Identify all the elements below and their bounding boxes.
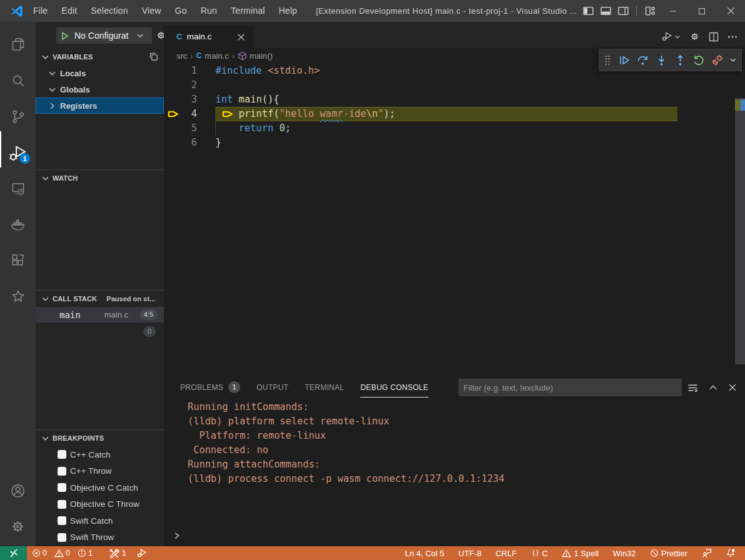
breakpoint-c-throw[interactable]: C++ Throw: [36, 463, 164, 479]
problems-status[interactable]: 0 0 1: [32, 546, 98, 560]
notifications-status[interactable]: [726, 546, 736, 560]
toggle-sidebar-icon[interactable]: [582, 5, 594, 18]
accounts-icon[interactable]: [0, 473, 36, 508]
toggle-secondary-sidebar-icon[interactable]: [617, 5, 629, 18]
breadcrumb-symbol[interactable]: main(): [250, 51, 273, 61]
source-control-icon[interactable]: [0, 99, 36, 134]
maximize-panel-icon[interactable]: [709, 383, 717, 392]
code-editor[interactable]: 1#include <stdio.h>23int main(){4 printf…: [164, 64, 735, 369]
variable-scope-globals[interactable]: Globals: [36, 81, 164, 98]
c-file-icon: C: [176, 32, 182, 41]
menu-terminal[interactable]: Terminal: [224, 0, 272, 22]
restart-button[interactable]: [689, 51, 708, 69]
checkbox-unchecked[interactable]: [58, 533, 66, 542]
breakpoint-label: C++ Catch: [70, 450, 111, 459]
step-into-button[interactable]: [652, 51, 671, 69]
overview-ruler[interactable]: [735, 64, 745, 369]
panel-tab-debug-console[interactable]: DEBUG CONSOLE: [360, 372, 428, 403]
panel-tab-output[interactable]: OUTPUT: [256, 372, 288, 403]
tab-main-c[interactable]: C main.c: [164, 26, 253, 48]
breadcrumb-file[interactable]: main.c: [205, 51, 228, 61]
variable-scope-locals[interactable]: Locals: [36, 65, 164, 81]
settings-gear-icon[interactable]: [689, 31, 700, 42]
checkbox-unchecked[interactable]: [58, 500, 66, 509]
feedback-status[interactable]: [702, 546, 712, 560]
remote-explorer-icon[interactable]: [0, 171, 36, 206]
scrollbar-slider[interactable]: [735, 98, 745, 364]
encoding[interactable]: UTF-8: [459, 546, 482, 560]
split-editor-icon[interactable]: [709, 32, 719, 42]
star-icon[interactable]: [0, 279, 36, 314]
menu-edit[interactable]: Edit: [54, 0, 84, 22]
debug-console-status[interactable]: [136, 546, 148, 560]
eol-sequence[interactable]: CRLF: [495, 546, 517, 560]
settings-gear-icon[interactable]: [0, 509, 36, 544]
filter-input[interactable]: [459, 383, 665, 392]
indent-guide: [215, 107, 216, 136]
breakpoints-section-header[interactable]: BREAKPOINTS: [36, 430, 164, 446]
breakpoint-swift-catch[interactable]: Swift Catch: [36, 512, 164, 529]
step-out-button[interactable]: [671, 51, 689, 69]
vscode-logo-icon: [10, 4, 24, 18]
menu-selection[interactable]: Selection: [84, 0, 134, 22]
maximize-button[interactable]: [687, 0, 716, 22]
disconnect-button[interactable]: [708, 51, 727, 69]
remote-indicator[interactable]: [0, 546, 27, 560]
variables-section-header[interactable]: VARIABLES: [36, 49, 164, 65]
step-over-button[interactable]: [633, 51, 652, 69]
panel-tab-terminal[interactable]: TERMINAL: [305, 372, 344, 403]
cursor-position[interactable]: Ln 4, Col 5: [405, 546, 444, 560]
copy-icon[interactable]: [149, 52, 158, 61]
close-button[interactable]: [716, 0, 745, 22]
extensions-icon[interactable]: [0, 243, 36, 278]
run-and-debug-icon[interactable]: 1: [0, 136, 36, 171]
menu-help[interactable]: Help: [272, 0, 305, 22]
search-icon[interactable]: [0, 63, 36, 98]
spell-checker-status[interactable]: 1 Spell: [562, 546, 599, 560]
more-actions-icon[interactable]: [727, 32, 737, 42]
console-line: (lldb) platform select remote-linux: [188, 414, 505, 429]
breadcrumb-folder[interactable]: src: [176, 51, 187, 61]
console-line: Connected: no: [188, 443, 505, 458]
filter-icon[interactable]: [687, 382, 698, 393]
tab-close-icon[interactable]: [235, 31, 246, 42]
breakpoint-objective-c-throw[interactable]: Objective C Throw: [36, 496, 164, 512]
formatter-status[interactable]: Prettier: [650, 546, 687, 560]
os-target[interactable]: Win32: [613, 546, 636, 560]
toggle-panel-icon[interactable]: [599, 5, 612, 18]
explorer-icon[interactable]: [0, 27, 36, 62]
chevron-down-icon[interactable]: [727, 51, 739, 69]
continue-button[interactable]: [614, 51, 633, 69]
debug-config-dropdown[interactable]: No Configurat: [56, 28, 152, 44]
watch-section-header[interactable]: WATCH: [36, 170, 164, 186]
console-filter[interactable]: [459, 379, 682, 396]
breakpoint-swift-throw[interactable]: Swift Throw: [36, 529, 164, 546]
toolchain-status[interactable]: 1: [109, 546, 126, 560]
toolbar-gripper[interactable]: [601, 51, 614, 69]
breakpoint-objective-c-catch[interactable]: Objective C Catch: [36, 479, 164, 496]
stack-frame-row[interactable]: main main.c 4:5: [36, 307, 164, 322]
breakpoint-c-catch[interactable]: C++ Catch: [36, 446, 164, 462]
close-panel-icon[interactable]: [728, 383, 737, 392]
checkbox-unchecked[interactable]: [58, 450, 66, 459]
console-prompt-icon[interactable]: [173, 531, 181, 542]
start-debugging-icon[interactable]: [60, 31, 69, 41]
run-or-debug-button[interactable]: [661, 31, 681, 42]
menu-run[interactable]: Run: [194, 0, 224, 22]
menu-file[interactable]: File: [26, 0, 54, 22]
panel-tab-problems[interactable]: PROBLEMS1: [180, 372, 240, 403]
docker-icon[interactable]: [0, 207, 36, 242]
feedback-icon: [702, 548, 712, 558]
variable-scope-registers[interactable]: Registers: [36, 98, 164, 114]
call-stack-section-header[interactable]: CALL STACK Paused on st...: [36, 291, 164, 307]
minimize-button[interactable]: [659, 0, 687, 22]
language-mode[interactable]: C: [531, 546, 548, 560]
checkbox-unchecked[interactable]: [58, 483, 66, 492]
menu-go[interactable]: Go: [168, 0, 194, 22]
customize-layout-icon[interactable]: [644, 5, 656, 18]
layout-controls: [582, 0, 656, 22]
menu-view[interactable]: View: [135, 0, 168, 22]
checkbox-unchecked[interactable]: [58, 467, 66, 476]
warning-icon: [562, 549, 571, 558]
checkbox-unchecked[interactable]: [58, 516, 66, 525]
